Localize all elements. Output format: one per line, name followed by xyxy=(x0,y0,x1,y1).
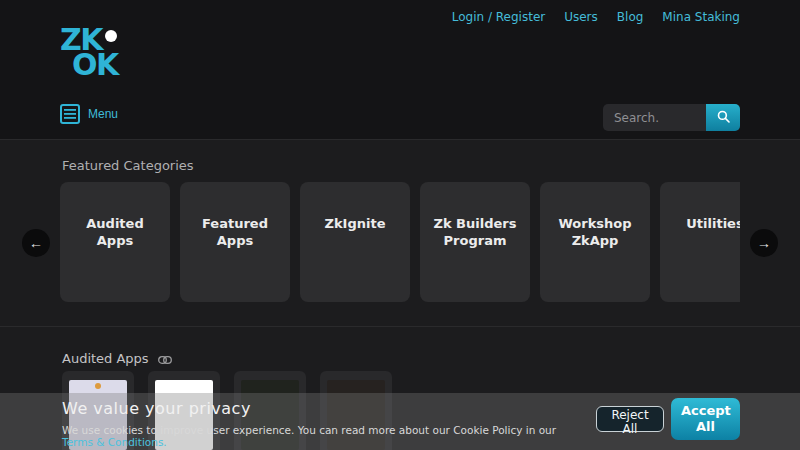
menu-button[interactable]: Menu xyxy=(60,104,118,124)
logo-dot-icon xyxy=(105,30,117,42)
search-input[interactable] xyxy=(603,104,706,131)
category-carousel: Audited Apps Featured Apps ZkIgnite Zk B… xyxy=(60,182,740,303)
site-logo[interactable]: ZK OK xyxy=(60,26,118,78)
header: Login / Register Users Blog Mina Staking… xyxy=(0,0,800,140)
logo-text-ok: OK xyxy=(72,51,118,78)
category-card-zkignite[interactable]: ZkIgnite xyxy=(300,182,410,302)
category-card-zk-builders-program[interactable]: Zk Builders Program xyxy=(420,182,530,302)
logo-line-2: OK xyxy=(72,51,118,78)
menu-button-label: Menu xyxy=(88,107,118,121)
category-card-featured-apps[interactable]: Featured Apps xyxy=(180,182,290,302)
audited-apps-heading-link[interactable]: Audited Apps xyxy=(62,349,172,368)
hamburger-icon xyxy=(60,104,80,124)
audited-apps-title: Audited Apps xyxy=(62,351,149,366)
nav-link-blog[interactable]: Blog xyxy=(617,10,644,24)
featured-categories-title: Featured Categories xyxy=(62,158,194,173)
arrow-left-icon: ← xyxy=(29,235,43,251)
accept-all-button[interactable]: Accept All xyxy=(671,398,740,440)
category-card-workshop-zkapp[interactable]: Workshop ZkApp xyxy=(540,182,650,302)
category-cards-row: Audited Apps Featured Apps ZkIgnite Zk B… xyxy=(60,182,740,302)
category-card-audited-apps[interactable]: Audited Apps xyxy=(60,182,170,302)
carousel-prev-button[interactable]: ← xyxy=(22,229,50,257)
nav-link-mina-staking[interactable]: Mina Staking xyxy=(662,10,740,24)
cookie-consent-banner: We value your privacy We use cookies to … xyxy=(0,393,800,450)
nav-link-login-register[interactable]: Login / Register xyxy=(452,10,545,24)
terms-and-conditions-link[interactable]: Terms & Conditions. xyxy=(62,436,167,448)
search-icon xyxy=(717,110,730,126)
search-bar xyxy=(603,104,740,131)
arrow-right-icon: → xyxy=(757,235,771,251)
nav-link-users[interactable]: Users xyxy=(564,10,598,24)
thumbnail-accent-dot xyxy=(95,383,101,389)
cookie-banner-title: We value your privacy xyxy=(62,399,251,418)
link-icon xyxy=(158,349,172,368)
featured-categories-section: Featured Categories Audited Apps Feature… xyxy=(0,141,800,327)
carousel-next-button[interactable]: → xyxy=(750,229,778,257)
search-button[interactable] xyxy=(706,104,740,131)
reject-all-button[interactable]: Reject All xyxy=(596,406,664,432)
cookie-message-text: We use cookies to improve user experienc… xyxy=(62,424,556,436)
top-nav: Login / Register Users Blog Mina Staking xyxy=(452,10,740,24)
category-card-utilities[interactable]: Utilities xyxy=(660,182,740,302)
cookie-banner-message: We use cookies to improve user experienc… xyxy=(62,424,582,448)
